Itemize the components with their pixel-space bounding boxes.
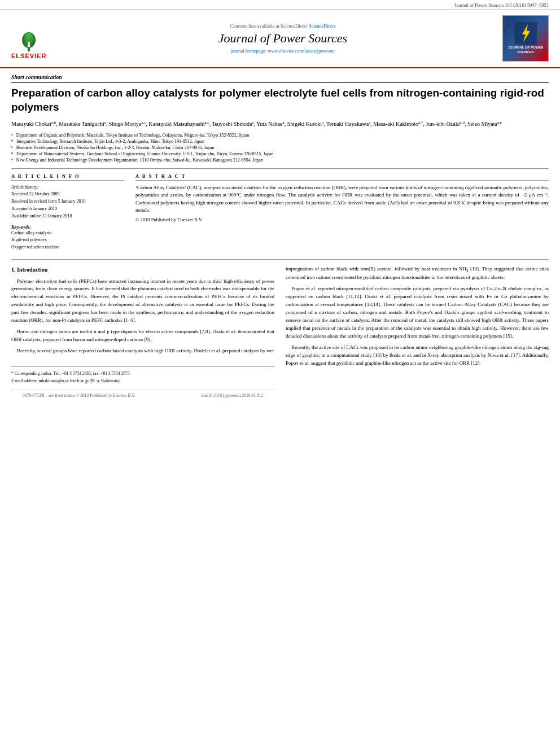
svg-rect-5: [28, 44, 30, 47]
abstract-column: A B S T R A C T ‘Carbon Alloy Catalysts’…: [135, 173, 549, 251]
info-abstract-section: A R T I C L E I N F O Article history: R…: [11, 173, 549, 251]
keywords-section: Keywords: Carbon alloy catalysts Rigid-r…: [11, 225, 124, 251]
body-paragraph-3: Recently, several groups have reported c…: [11, 347, 274, 355]
abstract-text: ‘Carbon Alloy Catalysts’ (CAC), non-prec…: [135, 184, 549, 215]
svg-point-3: [26, 32, 32, 39]
article-type: Short communication: [11, 74, 549, 83]
article-title: Preparation of carbon alloy catalysts fo…: [11, 86, 549, 114]
body-paragraph-6: Recently, the active site of CACs was pr…: [286, 344, 549, 368]
section1-title: 1. Introduction: [11, 265, 274, 274]
history-label: Article history:: [11, 185, 39, 190]
body-paragraph-2: Boron and nitrogen atoms are useful n an…: [11, 328, 274, 344]
affiliations: a Department of Organic and Polymeric Ma…: [11, 132, 549, 164]
body-left-column: 1. Introduction Polymer electrolyte fuel…: [11, 265, 274, 401]
corresponding-author-note: * Corresponding author. Tel.: +81 3 5734…: [11, 370, 274, 377]
copyright-line: © 2010 Published by Elsevier B.V.: [135, 217, 549, 222]
journal-homepage: journal homepage: www.elsevier.com/locat…: [231, 48, 335, 54]
elsevier-text: ELSEVIER: [11, 53, 46, 59]
main-content: Short communication Preparation of carbo…: [0, 68, 560, 407]
article-info-heading: A R T I C L E I N F O: [11, 173, 124, 181]
journal-logo-area: JOURNAL OF POWER SOURCES: [498, 15, 549, 62]
article-info-column: A R T I C L E I N F O Article history: R…: [11, 173, 124, 251]
divider-2: [11, 259, 549, 260]
bottom-bar: 0378-7753/$ – see front matter © 2010 Pu…: [11, 390, 274, 401]
divider-1: [11, 168, 549, 169]
sciencedirect-link[interactable]: ScienceDirect: [309, 23, 336, 29]
keywords-label: Keywords:: [11, 225, 124, 230]
elsevier-branding: ELSEVIER: [11, 15, 68, 62]
page: Journal of Power Sources 195 (2010) 5947…: [0, 0, 560, 747]
doi-text: doi:10.1016/j.jpowsour.2010.01.012: [202, 392, 263, 399]
footer-notes: * Corresponding author. Tel.: +81 3 5734…: [11, 366, 274, 385]
homepage-url[interactable]: www.elsevier.com/locate/jpowsour: [268, 48, 335, 54]
svg-rect-0: [28, 48, 30, 51]
elsevier-tree-icon: [21, 32, 37, 53]
body-paragraph-1: Polymer electrolyte fuel cells (PEFCs) h…: [11, 278, 274, 325]
journal-logo-box: JOURNAL OF POWER SOURCES: [502, 15, 549, 62]
email-note: E-mail address: mkakimoto@o.cc.titech.ac…: [11, 378, 274, 384]
keyword-1: Carbon alloy catalysts: [11, 230, 124, 237]
body-paragraph-5: Popov et al. reported nitrogen-modified …: [286, 285, 549, 340]
journal-logo-text: JOURNAL OF POWER SOURCES: [505, 46, 546, 55]
svg-point-4: [28, 42, 30, 44]
journal-title: Journal of Power Sources: [218, 31, 347, 46]
journal-reference: Journal of Power Sources 195 (2010) 5947…: [0, 0, 560, 10]
keywords-list: Carbon alloy catalysts Rigid-rod polymer…: [11, 230, 124, 251]
body-paragraph-4: impregnation of carbon black with iron(I…: [286, 265, 549, 282]
journal-title-area: Contents lists available at ScienceDirec…: [73, 15, 492, 62]
keyword-3: Oxygen reduction reaction: [11, 244, 124, 251]
available-date: Available online 13 January 2010: [11, 213, 124, 220]
issn-text: 0378-7753/$ – see front matter © 2010 Pu…: [23, 392, 135, 399]
contents-line: Contents lists available at ScienceDirec…: [230, 23, 336, 29]
elsevier-logo: ELSEVIER: [11, 32, 46, 59]
received-date: Received 22 October 2009: [11, 191, 124, 198]
authors-line: Masayuki Chokaia,b, Masataka Taniguchia,…: [11, 120, 549, 128]
journal-header: ELSEVIER Contents lists available at Sci…: [0, 10, 560, 68]
body-right-column: impregnation of carbon black with iron(I…: [286, 265, 549, 401]
body-section: 1. Introduction Polymer electrolyte fuel…: [11, 265, 549, 401]
revised-date: Received in revised form 5 January 2010: [11, 198, 124, 206]
power-sources-icon: [514, 22, 537, 45]
keyword-2: Rigid-rod polymers: [11, 237, 124, 244]
article-history: Article history: Received 22 October 200…: [11, 184, 124, 220]
accepted-date: Accepted 6 January 2010: [11, 206, 124, 213]
abstract-heading: A B S T R A C T: [135, 173, 549, 181]
